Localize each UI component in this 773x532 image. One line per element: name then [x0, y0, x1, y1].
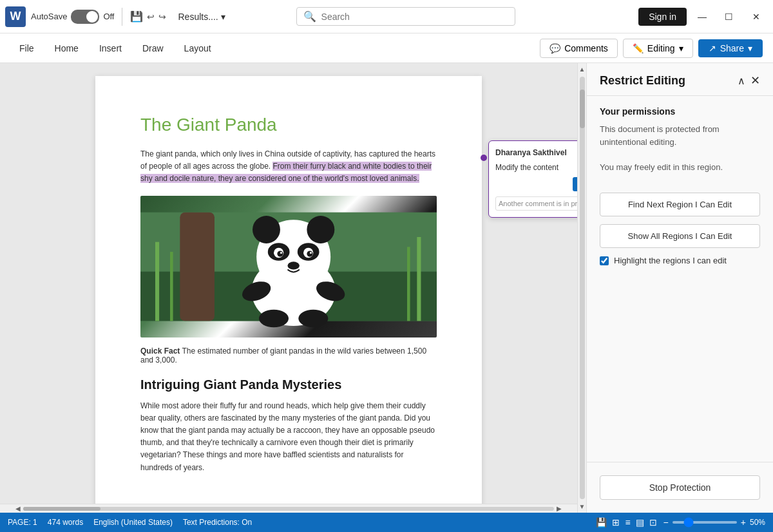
scroll-left-arrow[interactable]: ◀ [13, 505, 23, 512]
comment-submit-button[interactable]: ✓ [573, 177, 577, 191]
highlight-check-area: Highlight the regions I can edit [600, 256, 760, 265]
separator [122, 8, 122, 26]
save-status-icon[interactable]: 💾 [596, 517, 607, 527]
results-button[interactable]: Results.... ▾ [171, 9, 231, 24]
maximize-button[interactable]: ☐ [718, 5, 741, 28]
document-area: The Giant Panda The giant panda, which o… [0, 63, 577, 513]
zoom-out-button[interactable]: − [662, 517, 670, 527]
search-bar[interactable]: 🔍 [296, 7, 515, 26]
scroll-track[interactable] [580, 77, 585, 499]
svg-point-18 [310, 252, 312, 254]
scroll-right-arrow[interactable]: ▶ [554, 505, 564, 512]
svg-point-17 [280, 252, 282, 254]
status-right: 💾 ⊞ ≡ ▤ ⊡ − + 50% [596, 517, 765, 527]
editing-pen-icon: ✏️ [633, 43, 644, 53]
home-tab[interactable]: Home [46, 39, 88, 57]
panda-image [140, 196, 437, 337]
layout-tab[interactable]: Layout [175, 39, 220, 57]
zoom-slider[interactable] [673, 521, 737, 524]
autosave-label: AutoSave [31, 12, 67, 21]
status-bar: PAGE: 1 474 words English (United States… [0, 513, 773, 532]
restrict-editing-panel: Restrict Editing ∧ ✕ Your permissions Th… [586, 63, 773, 513]
file-tab[interactable]: File [10, 39, 43, 57]
comment-dot [481, 155, 487, 161]
focus-icon[interactable]: ⊞ [612, 517, 620, 527]
svg-rect-6 [180, 212, 215, 321]
undo-icon[interactable]: ↩ [147, 12, 155, 22]
comments-icon: 💬 [549, 43, 560, 53]
restrict-controls: ∧ ✕ [738, 73, 760, 88]
ribbon-right: 💬 Comments ✏️ Editing ▾ ↗ Share ▾ [540, 39, 763, 58]
word-count: 474 words [48, 518, 83, 527]
document-body-1: The giant panda, which only lives in Chi… [140, 148, 437, 185]
highlight-checkbox[interactable] [600, 256, 609, 265]
view-icon-2[interactable]: ▤ [636, 517, 644, 527]
document-body-2: While most adore their fluffy fur and ro… [140, 400, 437, 474]
app-logo: W [5, 6, 26, 27]
show-all-regions-button[interactable]: Show All Regions I Can Edit [600, 224, 760, 248]
toggle-knob [86, 11, 98, 23]
editing-button[interactable]: ✏️ Editing ▾ [623, 39, 693, 58]
document-subtitle: Intriguing Giant Panda Mysteries [140, 377, 437, 392]
draw-tab[interactable]: Draw [133, 39, 173, 57]
close-button[interactable]: ✕ [745, 5, 768, 28]
h-scroll-track[interactable] [23, 507, 554, 511]
quick-fact-text: The estimated number of giant pandas in … [140, 347, 426, 365]
search-input[interactable] [321, 12, 508, 22]
find-next-region-button[interactable]: Find Next Region I Can Edit [600, 193, 760, 216]
zoom-control: − + 50% [662, 517, 765, 527]
redo-icon[interactable]: ↪ [158, 12, 166, 22]
comments-button[interactable]: 💬 Comments [540, 39, 618, 58]
view-icon-3[interactable]: ⊡ [649, 517, 657, 527]
document-scroll[interactable]: The Giant Panda The giant panda, which o… [0, 63, 577, 504]
search-icon: 🔍 [303, 10, 316, 23]
minimize-button[interactable]: — [691, 5, 714, 28]
autosave-state: Off [103, 12, 114, 21]
svg-point-9 [253, 216, 280, 243]
svg-rect-4 [417, 237, 421, 321]
scroll-thumb[interactable] [580, 90, 585, 128]
title-bar: W AutoSave Off 💾 ↩ ↪ Results.... ▾ 🔍 Sig… [0, 0, 773, 33]
svg-rect-5 [407, 247, 410, 321]
editing-chevron-icon: ▾ [679, 43, 683, 53]
comment-bubble[interactable]: Dharanya Sakthivel ••• Modify the conten… [488, 140, 577, 218]
restrict-title: Restrict Editing [600, 74, 685, 88]
autosave-toggle[interactable] [71, 10, 99, 24]
comment-panel: Dharanya Sakthivel ••• Modify the conten… [488, 140, 577, 218]
insert-tab[interactable]: Insert [90, 39, 131, 57]
comment-header: Dharanya Sakthivel ••• [495, 147, 577, 158]
save-icon[interactable]: 💾 [130, 10, 143, 23]
restrict-close-button[interactable]: ✕ [750, 73, 760, 88]
autosave-area: AutoSave Off [31, 10, 114, 24]
collapse-button[interactable]: ∧ [738, 75, 745, 87]
vertical-scrollbar[interactable]: ▲ ▼ [577, 63, 586, 513]
share-chevron-icon: ▾ [748, 43, 752, 53]
svg-point-22 [259, 309, 289, 327]
comment-progress-text: Another comment is in progress [495, 196, 577, 211]
svg-rect-2 [155, 242, 159, 321]
zoom-in-button[interactable]: + [740, 517, 747, 527]
results-label: Results.... [178, 12, 218, 22]
comment-actions: ✓ ✕ [495, 177, 577, 191]
main-area: The Giant Panda The giant panda, which o… [0, 63, 773, 513]
svg-point-16 [307, 251, 312, 256]
permissions-title: Your permissions [600, 106, 760, 117]
page-info: PAGE: 1 [8, 518, 37, 527]
view-icon-1[interactable]: ≡ [625, 517, 630, 527]
comment-author: Dharanya Sakthivel [495, 148, 567, 157]
share-button[interactable]: ↗ Share ▾ [698, 39, 763, 57]
results-chevron-icon: ▾ [221, 12, 225, 22]
stop-protection-button[interactable]: Stop Protection [600, 475, 760, 500]
horizontal-scrollbar[interactable]: ◀ ▶ [0, 504, 577, 513]
document-title: The Giant Panda [140, 115, 437, 135]
editing-label: Editing [647, 43, 675, 53]
h-scroll-thumb[interactable] [23, 507, 100, 511]
svg-point-10 [307, 216, 334, 243]
permissions-line-1: This document is protected from unintent… [600, 124, 720, 147]
quick-fact-label: Quick Fact [140, 347, 180, 356]
restrict-header: Restrict Editing ∧ ✕ [587, 63, 773, 96]
restrict-body: Your permissions This document is protec… [587, 96, 773, 462]
zoom-level: 50% [750, 518, 765, 527]
sign-in-button[interactable]: Sign in [638, 8, 687, 26]
share-label: Share [720, 43, 744, 53]
